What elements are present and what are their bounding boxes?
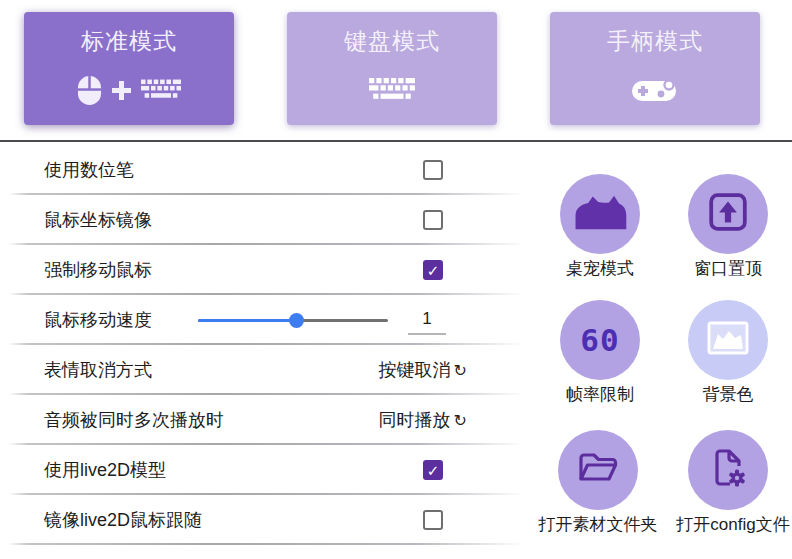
mouse-mirror-checkbox[interactable] [423, 210, 443, 230]
live2d-model-checkbox[interactable]: ✓ [423, 460, 443, 480]
tab-keyboard-label: 键盘模式 [344, 26, 440, 57]
stylus-checkbox[interactable] [423, 160, 443, 180]
row-divider [8, 543, 520, 545]
setting-row-live2d-mouse-mirror: 镜像live2D鼠标跟随 [0, 495, 522, 545]
mouse-speed-slider[interactable] [198, 312, 388, 328]
keyboard-icon [141, 79, 181, 105]
audio-overlap-select[interactable]: 同时播放 ↻ [379, 408, 467, 432]
mouse-icon [77, 75, 102, 110]
mouse-speed-input[interactable] [408, 305, 446, 335]
slider-fill [198, 319, 297, 322]
tab-keyboard-icons [369, 72, 415, 112]
cycle-icon: ↻ [454, 361, 467, 380]
open-assets-folder-label: 打开素材文件夹 [523, 513, 673, 536]
open-assets-folder-button[interactable] [558, 430, 638, 510]
config-file-icon [708, 446, 748, 494]
pin-to-top-icon [707, 191, 749, 237]
cat-icon [571, 191, 629, 237]
cycle-icon: ↻ [454, 411, 467, 430]
keyboard-icon [369, 78, 415, 106]
tab-gamepad-mode[interactable]: 手柄模式 [550, 12, 760, 125]
setting-row-mouse-speed: 鼠标移动速度 [0, 295, 522, 345]
background-color-label: 背景色 [653, 383, 792, 406]
expression-cancel-select[interactable]: 按键取消 ↻ [379, 358, 467, 382]
live2d-mouse-mirror-checkbox[interactable] [423, 510, 443, 530]
tab-keyboard-mode[interactable]: 键盘模式 [287, 12, 497, 125]
fps-limit-button[interactable]: 60 [560, 300, 640, 380]
setting-label: 鼠标坐标镜像 [44, 208, 152, 232]
tab-standard-label: 标准模式 [81, 26, 177, 57]
setting-row-expression-cancel: 表情取消方式 按键取消 ↻ [0, 345, 522, 395]
setting-label: 表情取消方式 [44, 358, 152, 382]
plus-icon [111, 80, 132, 105]
background-color-button[interactable] [688, 300, 768, 380]
window-pin-top-label: 窗口置顶 [653, 257, 792, 280]
select-value: 按键取消 [379, 358, 451, 382]
desktop-pet-mode-button[interactable] [560, 174, 640, 254]
setting-row-live2d-model: 使用live2D模型 ✓ [0, 445, 522, 495]
setting-label: 镜像live2D鼠标跟随 [44, 508, 202, 532]
settings-list: 使用数位笔 鼠标坐标镜像 强制移动鼠标 ✓ 鼠标移动速度 表情取消方式 按键取消… [0, 145, 522, 545]
select-value: 同时播放 [379, 408, 451, 432]
tab-gamepad-icons [631, 72, 679, 112]
setting-label: 鼠标移动速度 [44, 308, 152, 332]
folder-open-icon [575, 449, 621, 491]
slider-thumb[interactable] [289, 313, 304, 328]
setting-row-stylus: 使用数位笔 [0, 145, 522, 195]
setting-label: 使用数位笔 [44, 158, 134, 182]
image-icon [707, 321, 749, 359]
setting-row-audio-overlap: 音频被同时多次播放时 同时播放 ↻ [0, 395, 522, 445]
open-config-file-button[interactable] [688, 430, 768, 510]
fps-60-icon: 60 [580, 322, 619, 358]
setting-label: 音频被同时多次播放时 [44, 408, 224, 432]
gamepad-icon [631, 75, 679, 109]
window-pin-top-button[interactable] [688, 174, 768, 254]
setting-label: 使用live2D模型 [44, 458, 166, 482]
tab-standard-icons [77, 72, 181, 112]
tab-gamepad-label: 手柄模式 [607, 26, 703, 57]
setting-row-mouse-mirror: 鼠标坐标镜像 [0, 195, 522, 245]
header-divider [0, 140, 792, 142]
force-move-mouse-checkbox[interactable]: ✓ [423, 260, 443, 280]
open-config-file-label: 打开config文件 [658, 513, 792, 536]
setting-row-force-move-mouse: 强制移动鼠标 ✓ [0, 245, 522, 295]
tab-standard-mode[interactable]: 标准模式 [24, 12, 234, 125]
setting-label: 强制移动鼠标 [44, 258, 152, 282]
